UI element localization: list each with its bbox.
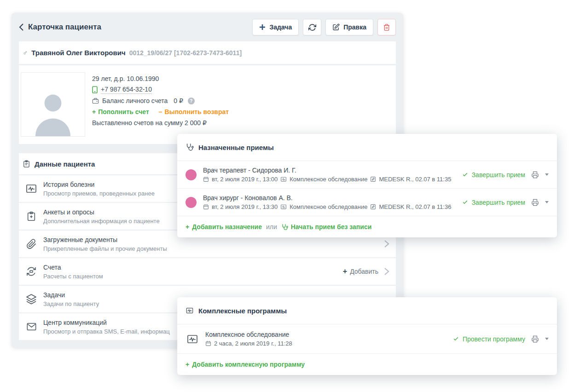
edit-icon	[332, 23, 340, 31]
appointment-row: Врач терапевт - Сидорова И. Г. вт, 2 июл…	[177, 161, 557, 189]
add-appointment-label: Добавить назначение	[192, 223, 262, 231]
item-title: История болезни	[43, 181, 155, 188]
check-icon	[462, 199, 469, 205]
paperclip-icon	[24, 239, 38, 249]
item-subtitle: Просмотр и отправка SMS, E-mail, информа…	[43, 328, 170, 335]
item-title: Анкеты и опросы	[43, 208, 160, 216]
edit-button[interactable]: Правка	[325, 19, 373, 35]
balance-line: Баланс личного счета 0 ₽ ?	[92, 95, 229, 106]
printer-icon[interactable]	[531, 335, 539, 343]
survey-icon	[24, 211, 38, 222]
appointment-author: MEDESK R., 02.07 в 11:35	[379, 176, 451, 183]
chevron-right-icon[interactable]	[384, 267, 389, 276]
program-icon	[186, 334, 199, 345]
avatar	[21, 72, 85, 137]
item-subtitle: Дополнительная информация о пациенте	[43, 218, 160, 225]
invoices-total: Выставленно счетов на сумму 2 000 ₽	[92, 119, 207, 127]
check-icon	[462, 172, 469, 178]
program-icon	[280, 204, 287, 210]
layers-icon	[24, 294, 38, 305]
account-actions-line: +Пополнить счет –Выполнить возврат	[92, 106, 229, 117]
appointments-title: Назначенные приемы	[198, 144, 274, 151]
run-program-label: Провести программу	[463, 335, 525, 343]
male-icon: ♂	[23, 49, 28, 57]
appointment-program: Комплексное обследование	[290, 203, 367, 210]
appointment-datetime: вт, 2 июля 2019 г., 13:00	[212, 176, 278, 183]
printer-icon[interactable]	[531, 199, 539, 206]
programs-panel: Комплексные программы Комплексное обслед…	[177, 297, 557, 375]
phone-link[interactable]: +7 987 654-32-10	[101, 86, 152, 94]
toolbar: Задача Правка	[252, 19, 396, 35]
finish-appointment-button[interactable]: Завершить прием	[462, 199, 525, 206]
program-datetime: 2 часа, 2 июля 2019 г., 11:28	[214, 340, 292, 347]
refund-label: Выполнить возврат	[165, 108, 229, 115]
age-dob-line: 29 лет, д.р. 10.06.1990	[92, 73, 229, 84]
patient-details: 29 лет, д.р. 10.06.1990 +7 987 654-32-10…	[19, 65, 396, 144]
balance-value: 0 ₽	[174, 97, 183, 104]
finish-appointment-button[interactable]: Завершить прием	[462, 171, 525, 179]
patient-name: Травяной Олег Викторович	[31, 49, 125, 57]
chevron-down-icon[interactable]	[545, 173, 549, 176]
finish-appointment-label: Завершить прием	[472, 199, 525, 206]
card-header: Карточка пациента Задача Правка	[12, 13, 403, 41]
programs-header: Комплексные программы	[177, 297, 557, 324]
appointment-doctor: Врач терапевт - Сидорова И. Г.	[203, 167, 451, 174]
patient-name-row: ♂ Травяной Олег Викторович 0012_19/06/27…	[19, 41, 396, 65]
invoices-icon	[24, 266, 38, 277]
add-program-link[interactable]: + Добавить комплексную программу	[186, 361, 305, 368]
check-icon	[452, 336, 459, 342]
minus-icon: –	[159, 108, 162, 115]
pencil-square-icon	[370, 204, 376, 210]
status-dot	[186, 197, 197, 208]
appointment-doctor: Врач хирург - Коновалов А. В.	[203, 194, 451, 202]
patient-data-title: Данные пациента	[35, 160, 95, 168]
help-icon[interactable]: ?	[188, 98, 195, 104]
delete-button[interactable]	[377, 19, 396, 35]
balance-label: Баланс личного счета	[102, 97, 168, 104]
chevron-down-icon[interactable]	[545, 201, 549, 203]
chevron-down-icon[interactable]	[545, 338, 549, 340]
add-invoice-link[interactable]: + Добавить	[343, 267, 378, 276]
patient-id: 0012_19/06/27 [1702-6273-7473-6011]	[129, 49, 242, 57]
calendar-icon	[203, 176, 209, 182]
refund-link[interactable]: –Выполнить возврат	[159, 108, 229, 115]
invoices-total-line: Выставленно счетов на сумму 2 000 ₽	[92, 117, 229, 128]
add-task-button[interactable]: Задача	[252, 19, 299, 35]
back-icon[interactable]	[19, 23, 24, 31]
phone-icon	[92, 86, 98, 93]
appointment-row: Врач хирург - Коновалов А. В. вт, 2 июля…	[177, 189, 557, 216]
walkin-appointment-link[interactable]: Начать прием без записи	[281, 223, 372, 231]
program-icon	[186, 307, 194, 314]
run-program-button[interactable]: Провести программу	[452, 335, 525, 343]
plus-icon: +	[92, 108, 96, 115]
program-icon	[280, 176, 287, 182]
item-title: Центр коммуникаций	[43, 319, 170, 326]
program-name: Комплексное обследование	[205, 331, 292, 338]
appointments-footer: + Добавить назначение или Начать прием б…	[177, 216, 557, 237]
sidebar-item-invoices[interactable]: Счета Расчеты с пациентом + Добавить	[19, 258, 396, 285]
plus-icon: +	[343, 267, 347, 276]
item-subtitle: Задачи по пациенту	[43, 300, 99, 307]
program-row: Комплексное обследование 2 часа, 2 июля …	[177, 324, 557, 354]
topup-link[interactable]: +Пополнить счет	[92, 108, 149, 115]
item-title: Задачи	[43, 291, 99, 299]
chevron-right-icon[interactable]	[384, 240, 389, 248]
calendar-icon	[203, 204, 209, 210]
programs-title: Комплексные программы	[198, 307, 287, 315]
appointments-header: Назначенные приемы	[177, 134, 557, 161]
item-subtitle: Просмотр приемов, проведенных ранее	[43, 190, 155, 197]
add-appointment-link[interactable]: + Добавить назначение	[186, 223, 262, 231]
appointment-program: Комплексное обследование	[290, 176, 367, 183]
calendar-icon	[205, 340, 211, 346]
appointments-panel: Назначенные приемы Врач терапевт - Сидор…	[177, 134, 557, 237]
add-program-label: Добавить комплексную программу	[192, 361, 305, 368]
plus-icon	[259, 24, 266, 30]
plus-icon: +	[186, 223, 189, 231]
clipboard-icon	[23, 160, 30, 168]
phone-line: +7 987 654-32-10	[92, 84, 229, 95]
printer-icon[interactable]	[531, 171, 539, 179]
status-dot	[186, 169, 197, 180]
trash-icon	[383, 23, 390, 31]
refresh-button[interactable]	[303, 19, 321, 35]
appointment-datetime: вт, 2 июля 2019 г., 13:30	[212, 203, 278, 210]
